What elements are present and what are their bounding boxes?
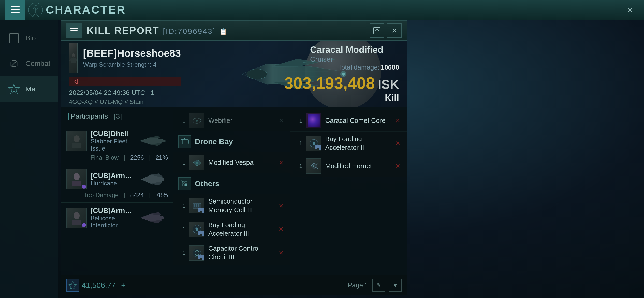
item-drop-comet[interactable]: ✕ [394,117,402,125]
kill-datetime: 2022/05/04 22:49:36 UTC +1 [69,89,181,97]
svg-line-24 [76,58,77,61]
item-icon-bay-loading-2 [306,136,321,151]
filter-button[interactable]: ▼ [389,279,402,292]
item-name-comet-core: Caracal Comet Core [325,116,390,125]
item-row: 1 Modified Vespa ✕ [173,152,290,173]
svg-rect-50 [185,184,187,186]
svg-point-44 [184,138,185,139]
kill-type: Kill [385,93,399,103]
participant-item[interactable]: [CUB]Armaxxx Bellicose Interdictor [61,203,173,233]
kill-stats: Caracal Modified Cruiser Total damage: 1… [310,41,407,107]
top-bar: CHARACTER × [0,0,644,20]
alliance-badge: 41,506.77 + [66,279,128,292]
participant-ship-2: Hurricane [91,180,134,187]
svg-point-37 [74,212,80,219]
star-icon [8,83,20,96]
participant-ship-img-3 [137,210,168,225]
svg-line-12 [11,61,17,67]
kill-location: 4GQ-XQ < U7L-MQ < Stain [69,98,181,105]
copy-icon[interactable]: 📋 [219,28,228,35]
item-icon-bay-loading-1 [189,222,204,237]
item-drop-vespa[interactable]: ✕ [277,159,285,167]
participant-name-3: [CUB]Armaxxx [91,207,134,215]
svg-line-23 [70,58,71,61]
bottom-left: 41,506.77 + [66,279,128,292]
item-name-semiconductor: Semiconductor Memory Cell III [208,197,273,214]
participants-list: [CUB]Dhell Stabber Fleet Issue [61,126,173,275]
svg-point-1 [34,5,37,8]
item-drop-capacitor[interactable]: ✕ [277,249,285,257]
kill-badge: Kill [69,77,181,86]
sidebar-item-me[interactable]: Me [0,76,58,102]
participant-info-3: [CUB]Armaxxx Bellicose Interdictor [91,207,134,229]
item-drop-bay-2[interactable]: ✕ [394,140,402,147]
app-close-button[interactable]: × [624,4,636,17]
participant-item[interactable]: [CUB]Dhell Stabber Fleet Issue [61,126,173,165]
items-panel: 1 Webifier ✕ [173,107,407,275]
item-icon-hornet [306,158,321,174]
item-drop-hornet[interactable]: ✕ [394,162,402,170]
participant-stats-1: Final Blow | 2256 | 21% [66,154,168,161]
kill-report-title: KILL REPORT [ID:7096943] 📋 [87,25,364,36]
drone-bay-section-label: Drone Bay [195,137,233,146]
participant-ship-img-2 [137,172,168,187]
participant-name-2: [CUB]Arm@geddon [91,172,134,180]
svg-point-33 [74,135,80,142]
sidebar-label-combat: Combat [25,60,50,68]
header-actions: ✕ [370,23,402,38]
items-column-right: 1 Caracal Comet Core ✕ 1 [290,107,407,275]
pilot-section: [BEEF]Horseshoe83 Warp Scramble Strength… [61,41,188,107]
close-button[interactable]: ✕ [387,23,402,38]
item-icon-capacitor [189,245,204,261]
kill-report-window: KILL REPORT [ID:7096943] 📋 ✕ [61,20,407,295]
item-drop-bay-1[interactable]: ✕ [277,225,285,233]
sidebar-item-combat[interactable]: Combat [0,51,58,76]
svg-point-45 [196,162,198,164]
svg-point-25 [72,56,75,57]
edit-button[interactable]: ✎ [372,279,385,292]
svg-rect-47 [182,181,184,183]
item-icon-comet-core [306,113,321,128]
item-drop-webifier[interactable]: ✕ [277,117,285,125]
item-drop-semiconductor[interactable]: ✕ [277,202,285,210]
svg-rect-34 [72,143,81,148]
pilot-avatar [69,43,78,73]
bottom-bar: 41,506.77 + Page 1 ✎ ▼ [61,275,407,295]
kill-report-menu-button[interactable] [66,23,82,38]
svg-rect-41 [181,139,188,144]
damage-label: Total damage: [338,63,379,71]
participant-avatar-2 [66,169,87,189]
participant-item[interactable]: [CUB]Arm@geddon Hurricane [61,165,173,203]
section-header-others: Others [173,173,290,194]
participant-avatar-3 [66,208,87,228]
item-row: 1 Caracal Comet Core ✕ [290,110,407,131]
svg-point-35 [74,173,80,180]
svg-line-20 [378,27,380,29]
item-icon-vespa [189,155,204,170]
item-row: 1 [173,194,290,218]
sidebar-label-bio: Bio [25,34,36,42]
item-name-capacitor: Capacitor Control Circuit III [208,244,273,262]
export-button[interactable] [370,23,384,38]
participant-name-1: [CUB]Dhell [91,130,134,138]
alliance-icon [66,279,79,292]
participant-info-1: [CUB]Dhell Stabber Fleet Issue [91,130,134,152]
participants-panel: Participants [3] [61,107,173,275]
add-balance-button[interactable]: + [118,280,128,290]
svg-marker-61 [69,282,77,289]
vitruvian-icon [28,2,43,18]
svg-line-5 [36,13,38,16]
items-column-left: 1 Webifier ✕ [173,107,290,275]
page-info: Page 1 [348,281,369,289]
main-panel: KILL REPORT [ID:7096943] 📋 ✕ [58,20,644,298]
svg-rect-46 [181,180,188,187]
content-area: Participants [3] [61,107,407,275]
item-name-bay-loading-2: Bay Loading Accelerator III [325,135,390,152]
participants-title: Participants [3] [68,112,167,120]
item-row: 1 Bay Loading Acc [290,131,407,155]
bio-icon [8,32,20,45]
damage-value: 10680 [381,63,399,71]
menu-button[interactable] [5,0,25,20]
sidebar-item-bio[interactable]: Bio [0,25,58,51]
svg-rect-54 [198,204,199,207]
